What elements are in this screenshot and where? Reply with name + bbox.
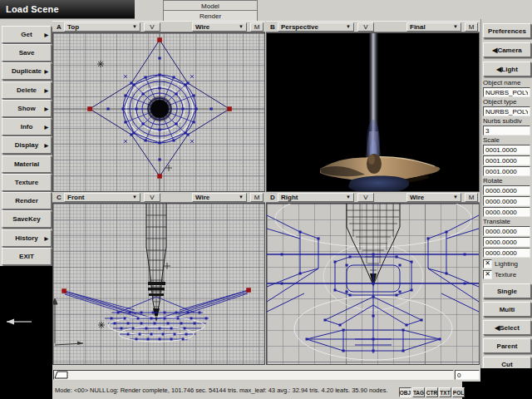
- scale-label: Scale: [483, 136, 530, 145]
- history-button[interactable]: History▶: [2, 229, 52, 247]
- viewport-c-mode-dropdown[interactable]: Wire ▼: [192, 193, 247, 202]
- chevron-down-icon: ▼: [453, 195, 458, 200]
- submenu-arrow-icon: ▶: [44, 106, 48, 111]
- pol-toggle-button[interactable]: POL: [452, 387, 465, 397]
- txt-toggle-button[interactable]: TXT: [439, 387, 451, 397]
- chevron-down-icon: ▼: [132, 195, 137, 200]
- viewport-b-m-button[interactable]: M: [465, 22, 478, 32]
- nurbs-subdiv-field[interactable]: [483, 126, 530, 135]
- viewport-d-v-button[interactable]: V: [357, 193, 374, 202]
- translate-y-field[interactable]: [483, 237, 530, 247]
- exit-button[interactable]: EXIT: [2, 248, 52, 265]
- viewport-a-canvas[interactable]: [52, 32, 265, 192]
- display-button[interactable]: Display▶: [2, 136, 52, 154]
- viewport-c-view-dropdown[interactable]: Front ▼: [64, 193, 140, 202]
- texture-checkbox[interactable]: ✕: [483, 270, 492, 279]
- viewport-b-canvas[interactable]: [266, 32, 480, 192]
- viewport-b-view-dropdown[interactable]: Perspective ▼: [278, 22, 354, 32]
- translate-x-field[interactable]: [483, 226, 530, 236]
- viewport-c-v-button[interactable]: V: [144, 193, 160, 202]
- ctr-toggle-button[interactable]: CTR: [426, 387, 438, 397]
- marker-asterisk: [98, 322, 105, 328]
- viewport-a-m-button[interactable]: M: [250, 22, 264, 32]
- preferences-button[interactable]: Preferences: [483, 23, 531, 38]
- translate-z-field[interactable]: [483, 248, 530, 258]
- get-button[interactable]: Get▶: [2, 26, 52, 43]
- chevron-down-icon: ▼: [239, 24, 244, 29]
- light-button[interactable]: ◀Light: [483, 62, 531, 76]
- render-button[interactable]: Render: [2, 192, 52, 209]
- rendered-scene: [267, 33, 479, 191]
- duplicate-button[interactable]: Duplicate▶: [2, 62, 52, 80]
- viewport-d-m-button[interactable]: M: [465, 193, 478, 202]
- lighting-checkbox[interactable]: ✕: [483, 259, 492, 268]
- marker-asterisk: [97, 61, 104, 67]
- material-button[interactable]: Material: [2, 155, 52, 173]
- submenu-arrow-icon: ▶: [44, 68, 48, 74]
- object-type-label: Object type: [483, 98, 530, 106]
- info-button[interactable]: Info▶: [2, 118, 52, 135]
- handle-tip: [153, 308, 160, 322]
- rotate-z-field[interactable]: [483, 207, 530, 217]
- object-name-field[interactable]: [483, 87, 530, 97]
- texture-button[interactable]: Texture: [2, 174, 52, 191]
- save-button[interactable]: Save: [2, 44, 52, 62]
- viewport-b-header: B Perspective ▼ V Final ▼ M: [266, 21, 480, 32]
- log-status: Log: Render complete, 101.746 sec. 54144…: [106, 387, 388, 394]
- application-window: Load Scene Model Render Get▶ Save Duplic…: [0, 0, 532, 399]
- parent-button[interactable]: Parent: [483, 338, 531, 353]
- frame-slider-track[interactable]: [53, 370, 454, 380]
- viewport-b-v-button[interactable]: V: [357, 22, 374, 32]
- chevron-down-icon: ▼: [239, 195, 244, 200]
- delete-button[interactable]: Delete▶: [2, 81, 52, 99]
- axis-arrow-left: [0, 314, 35, 329]
- scale-y-field[interactable]: [483, 155, 530, 165]
- submenu-arrow-icon: ▶: [44, 87, 48, 93]
- obj-toggle-button[interactable]: OBJ: [399, 387, 411, 397]
- nurbs-subdiv-label: Nurbs subdiv: [483, 117, 530, 126]
- y-axis-arrow: [53, 298, 57, 343]
- object-type-field[interactable]: [483, 106, 530, 116]
- chevron-down-icon: ▼: [453, 24, 458, 29]
- rotate-y-field[interactable]: [483, 196, 530, 206]
- viewport-c-canvas[interactable]: [52, 203, 265, 365]
- submenu-arrow-icon: ▶: [44, 124, 48, 130]
- rotate-x-field[interactable]: [483, 185, 530, 195]
- check-icon: ✕: [485, 271, 490, 278]
- scale-x-field[interactable]: [483, 145, 530, 155]
- scale-z-field[interactable]: [483, 166, 530, 176]
- scene-title: Load Scene: [0, 4, 59, 14]
- viewport-c-header: C Front ▼ V Wire ▼ M: [52, 191, 265, 203]
- cut-button[interactable]: Cut: [483, 357, 531, 368]
- rotate-label: Rotate: [483, 177, 530, 185]
- scene-titlebar: Load Scene: [0, 0, 135, 19]
- mode-status: Mode: <00> NULL: [55, 387, 106, 394]
- viewport-d-canvas[interactable]: [266, 203, 480, 365]
- frame-slider-handle[interactable]: [54, 371, 69, 379]
- lighting-checkbox-label: Lighting: [495, 260, 518, 268]
- chevron-down-icon: ▼: [346, 195, 351, 200]
- viewport-c-m-button[interactable]: M: [250, 193, 264, 202]
- single-button[interactable]: Single: [483, 283, 531, 298]
- viewport-a-mode-dropdown[interactable]: Wire ▼: [192, 22, 247, 32]
- viewport-d-mode-dropdown[interactable]: Wire ▼: [406, 193, 461, 202]
- viewport-a-header: A Top ▼ V Wire ▼ M: [52, 21, 265, 32]
- show-button[interactable]: Show▶: [2, 100, 52, 117]
- camera-button[interactable]: ◀Camera: [483, 42, 531, 57]
- viewport-b-mode-dropdown[interactable]: Final ▼: [406, 22, 461, 32]
- submenu-arrow-icon: ▶: [44, 142, 48, 148]
- object-name-label: Object name: [483, 79, 530, 87]
- tag-toggle-button[interactable]: TAG: [412, 387, 425, 397]
- right-view-wireframe: [267, 204, 479, 364]
- frame-number-input[interactable]: [455, 370, 480, 380]
- viewport-a-v-button[interactable]: V: [144, 22, 160, 32]
- savekey-button[interactable]: SaveKey: [2, 210, 52, 228]
- select-button[interactable]: ◀Select: [483, 320, 531, 335]
- viewport-a-view-dropdown[interactable]: Top ▼: [64, 22, 140, 32]
- center-hub: [150, 100, 169, 118]
- viewport-a-label: A: [54, 23, 64, 31]
- viewport-b-label: B: [268, 23, 278, 31]
- viewport-d-view-dropdown[interactable]: Right ▼: [278, 193, 354, 202]
- multi-button[interactable]: Multi: [483, 302, 531, 317]
- chevron-down-icon: ▼: [132, 24, 137, 29]
